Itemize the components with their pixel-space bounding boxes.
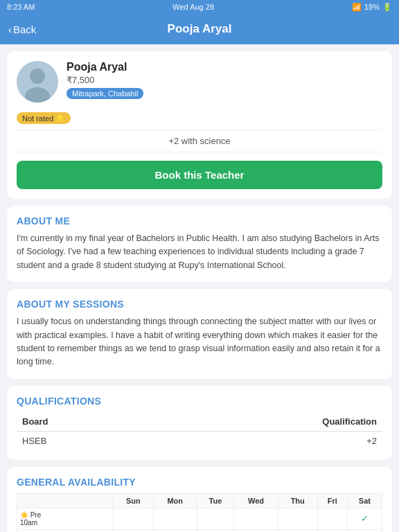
- avail-cell: [317, 508, 347, 529]
- check-icon: ✓: [361, 513, 369, 524]
- battery-icon: 🔋: [382, 3, 392, 12]
- book-teacher-button[interactable]: Book this Teacher: [17, 161, 382, 189]
- avail-cell: [113, 508, 153, 529]
- time-slot-label: ☀️ Pre10am: [17, 508, 114, 529]
- qual-value: +2: [149, 431, 382, 450]
- avail-day-header: Sun: [113, 493, 153, 508]
- back-label[interactable]: Back: [13, 24, 36, 35]
- about-me-title: ABOUT ME: [17, 215, 382, 227]
- availability-row: ☀️ 10 - 5pm✓✓✓✓✓✓: [17, 529, 382, 532]
- profile-info: Pooja Aryal ₹7,500 Mitrapark, Chabahil: [66, 61, 382, 99]
- avail-cell: ✓: [278, 529, 317, 532]
- star-icon: ⭐: [55, 114, 65, 123]
- availability-row: ☀️ Pre10am✓: [17, 508, 382, 529]
- avail-cell: [197, 508, 234, 529]
- header-title: Pooja Aryal: [168, 22, 232, 36]
- page-content: Pooja Aryal ₹7,500 Mitrapark, Chabahil N…: [0, 44, 399, 532]
- avail-cell: [234, 508, 278, 529]
- qual-header-row: Board Qualification: [17, 412, 382, 432]
- avail-cell: ✓: [197, 529, 234, 532]
- avail-cell: ✓: [347, 508, 382, 529]
- avail-day-header: Thu: [278, 493, 317, 508]
- profile-card: Pooja Aryal ₹7,500 Mitrapark, Chabahil N…: [7, 51, 392, 199]
- profile-location-badge: Mitrapark, Chabahil: [66, 88, 143, 99]
- availability-section: GENERAL AVAILABILITY SunMonTueWedThuFriS…: [7, 467, 392, 532]
- avail-day-header: Sat: [347, 493, 382, 508]
- table-row: HSEB+2: [17, 431, 382, 450]
- avail-day-header: Wed: [234, 493, 278, 508]
- avail-cell: [347, 529, 382, 532]
- wifi-icon: 📶: [352, 3, 362, 12]
- about-sessions-text: I usually focus on understanding things …: [17, 315, 382, 369]
- avail-day-header: Mon: [154, 493, 197, 508]
- avail-cell: [278, 508, 317, 529]
- avail-day-header: Fri: [317, 493, 347, 508]
- battery-level: 19%: [364, 3, 380, 11]
- qual-qualification-header: Qualification: [149, 412, 382, 432]
- back-button[interactable]: ‹ Back: [8, 24, 36, 35]
- avail-cell: ✓: [154, 529, 197, 532]
- status-time: 8:23 AM: [7, 3, 35, 11]
- profile-price: ₹7,500: [66, 75, 382, 85]
- not-rated-badge: Not rated ⭐: [17, 108, 382, 124]
- avail-cell: ✓: [234, 529, 278, 532]
- about-sessions-title: ABOUT MY SESSIONS: [17, 299, 382, 310]
- avail-day-header: Tue: [197, 493, 234, 508]
- status-date: Wed Aug 28: [172, 3, 214, 11]
- avail-day-header: [17, 493, 114, 508]
- qualifications-title: QUALIFICATIONS: [17, 396, 382, 407]
- qual-board-header: Board: [17, 412, 149, 432]
- status-bar: 8:23 AM Wed Aug 28 📶 19% 🔋: [0, 0, 399, 14]
- header: ‹ Back Pooja Aryal: [0, 14, 399, 44]
- about-me-section: ABOUT ME I'm currently in my final year …: [7, 206, 392, 282]
- time-slot-label: ☀️ 10 - 5pm: [17, 529, 114, 532]
- status-icons: 📶 19% 🔋: [352, 3, 392, 12]
- availability-table: SunMonTueWedThuFriSat ☀️ Pre10am✓☀️ 10 -…: [17, 493, 382, 532]
- avail-cell: ✓: [317, 529, 347, 532]
- avail-cell: [154, 508, 197, 529]
- qualifications-section: QUALIFICATIONS Board Qualification HSEB+…: [7, 386, 392, 460]
- svg-point-1: [30, 69, 45, 84]
- profile-name: Pooja Aryal: [66, 61, 382, 73]
- avail-cell: ✓: [113, 529, 153, 532]
- not-rated-label: Not rated: [22, 114, 53, 123]
- availability-title: GENERAL AVAILABILITY: [17, 477, 382, 488]
- science-tag: +2 with science: [17, 130, 382, 152]
- about-me-text: I'm currently in my final year of Bachel…: [17, 232, 382, 272]
- qual-board: HSEB: [17, 431, 149, 450]
- avatar: [17, 61, 58, 103]
- profile-top: Pooja Aryal ₹7,500 Mitrapark, Chabahil: [17, 61, 382, 103]
- about-sessions-section: ABOUT MY SESSIONS I usually focus on und…: [7, 289, 392, 379]
- back-chevron-icon: ‹: [8, 24, 12, 35]
- availability-header-row: SunMonTueWedThuFriSat: [17, 493, 382, 508]
- qualifications-table: Board Qualification HSEB+2: [17, 412, 382, 450]
